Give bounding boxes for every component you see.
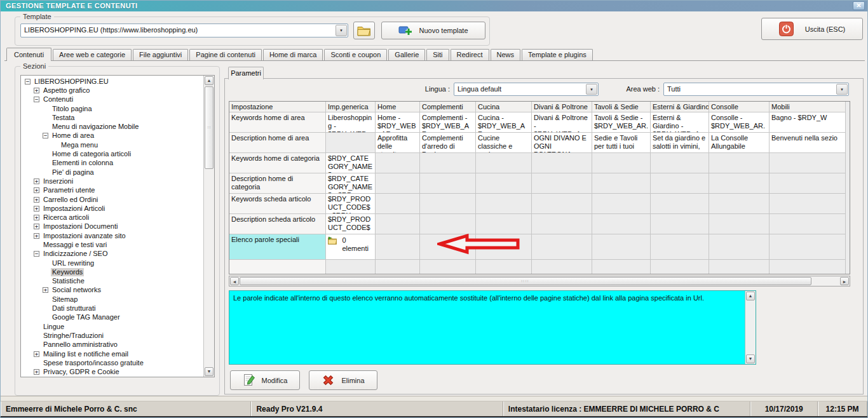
tree-item-contenuti[interactable]: −Contenuti xyxy=(21,95,203,104)
table-cell[interactable] xyxy=(770,173,846,194)
table-cell[interactable] xyxy=(476,153,532,173)
table-cell[interactable]: Sedie e Tavoli per tutti i tuoi xyxy=(592,133,651,153)
table-cell[interactable]: OGNI DIVANO E OGNI POLTRONA xyxy=(532,133,592,153)
expand-icon[interactable]: + xyxy=(34,197,39,203)
tree-item-home-di-categoria-articoli[interactable]: Home di categoria articoli xyxy=(21,149,203,158)
column-header-divani-poltrone[interactable]: Divani & Poltrone xyxy=(532,102,592,112)
table-cell[interactable]: Set da giardino e salotti in vimini, xyxy=(651,133,709,153)
collapse-icon[interactable]: − xyxy=(43,133,48,138)
table-cell[interactable] xyxy=(770,234,846,260)
tab-contenuti[interactable]: Contenuti xyxy=(6,48,51,61)
table-cell[interactable]: Benvenuti nella sezio xyxy=(770,133,846,153)
table-cell[interactable] xyxy=(532,234,592,260)
info-box-scrollbar[interactable]: ▲ ▼ xyxy=(745,291,756,364)
table-cell[interactable]: $RDY_CATEGORY_NAME$ xyxy=(326,153,376,173)
table-cell[interactable] xyxy=(592,214,651,234)
tab-news[interactable]: News xyxy=(491,49,521,60)
exit-button[interactable]: Uscita (ESC) xyxy=(761,18,863,40)
tree-item-pannello-amministrativo[interactable]: Pannello amministrativo xyxy=(21,340,203,349)
table-cell[interactable] xyxy=(709,194,770,214)
table-row-description-home-di-categoria[interactable]: Description home di categoria$RDY_CATEGO… xyxy=(229,173,850,194)
tree-item-carrello-ed-ordini[interactable]: +Carrello ed Ordini xyxy=(21,195,203,204)
tree-item-inserzioni[interactable]: +Inserzioni xyxy=(21,177,203,185)
table-cell[interactable] xyxy=(592,234,651,260)
tab-home-di-marca[interactable]: Home di marca xyxy=(263,49,323,60)
tree-item-pie-di-pagina[interactable]: Pie' di pagina xyxy=(21,168,203,177)
tree-item-menu-di-navigazione-mobile[interactable]: Menu di navigazione Mobile xyxy=(21,122,203,131)
tree-item-mailing-list-e-notifiche-email[interactable]: +Mailing list e notifiche email xyxy=(21,349,203,358)
table-cell[interactable] xyxy=(651,173,709,194)
expand-icon[interactable]: + xyxy=(34,233,39,239)
table-cell[interactable] xyxy=(420,173,476,194)
expand-icon[interactable]: + xyxy=(34,206,39,212)
h-scrollbar-thumb[interactable]: ∷∷ xyxy=(240,277,811,285)
table-cell[interactable] xyxy=(376,153,420,173)
close-icon[interactable]: ✕ xyxy=(853,1,865,10)
expand-icon[interactable]: + xyxy=(34,215,39,220)
tab-file-aggiuntivi[interactable]: File aggiuntivi xyxy=(133,49,188,60)
tree-item-indicizzazione-seo[interactable]: −Indicizzazione / SEO xyxy=(21,250,203,259)
table-cell[interactable] xyxy=(420,214,476,234)
table-cell[interactable] xyxy=(770,260,846,274)
delete-button[interactable]: Elimina xyxy=(309,370,377,390)
chevron-down-icon[interactable]: ▼ xyxy=(586,84,597,95)
table-cell[interactable] xyxy=(476,260,532,274)
tab-template-e-plugins[interactable]: Template e plugins xyxy=(522,49,593,60)
tree-item-testata[interactable]: Testata xyxy=(21,113,203,122)
table-cell[interactable] xyxy=(532,194,592,214)
table-cell[interactable]: Cucine classiche e cucine moderne: il xyxy=(476,133,532,153)
table-cell[interactable] xyxy=(326,133,376,153)
tab-aree-web-e-categorie[interactable]: Aree web e categorie xyxy=(53,49,132,60)
table-cell[interactable] xyxy=(651,260,709,274)
table-cell[interactable]: $RDY_CATEGORY_NAME$ - $RD... xyxy=(326,173,376,194)
table-cell[interactable] xyxy=(709,260,770,274)
new-template-button[interactable]: Nuovo template xyxy=(381,22,485,39)
tree-item-titolo-pagina[interactable]: Titolo pagina xyxy=(21,104,203,113)
tree-item-liberoshopping-eu[interactable]: −LIBEROSHOPPING.EU xyxy=(21,77,203,86)
scroll-up-icon[interactable]: ▲ xyxy=(205,76,214,85)
tab-siti[interactable]: Siti xyxy=(426,49,449,60)
tree-item-elementi-in-colonna[interactable]: Elementi in colonna xyxy=(21,159,203,168)
expand-icon[interactable]: + xyxy=(34,187,39,193)
chevron-down-icon[interactable]: ▼ xyxy=(336,25,347,36)
tree-item-parametri-utente[interactable]: +Parametri utente xyxy=(21,186,203,195)
tree-item-impostazioni-articoli[interactable]: +Impostazioni Articoli xyxy=(21,204,203,213)
table-cell[interactable]: Divani & Poltrone - $RDY_WEB_A... xyxy=(532,112,592,133)
tree-item-stringhe-traduzioni[interactable]: Stringhe/Traduzioni xyxy=(21,331,203,340)
expand-icon[interactable]: + xyxy=(34,179,39,184)
tab-pagine-di-contenuti[interactable]: Pagine di contenuti xyxy=(189,49,262,60)
table-cell[interactable] xyxy=(709,214,770,234)
tree-item-dati-strutturati[interactable]: Dati strutturati xyxy=(21,304,203,313)
table-cell[interactable] xyxy=(376,214,420,234)
lingua-combo[interactable]: Lingua default ▼ xyxy=(454,83,599,96)
table-row-description-scheda-articolo[interactable]: Description scheda articolo$RDY_PRODUCT_… xyxy=(229,214,850,234)
expand-icon[interactable]: + xyxy=(34,224,39,229)
tree-item-url-rewriting[interactable]: URL rewriting xyxy=(21,259,203,267)
tree-item-messaggi-e-testi-vari[interactable]: Messaggi e testi vari xyxy=(21,240,203,249)
column-header-impostazione[interactable]: Impostazione xyxy=(229,102,326,112)
scroll-up-icon[interactable]: ▲ xyxy=(746,292,755,300)
table-cell[interactable] xyxy=(532,153,592,173)
tab-gallerie[interactable]: Gallerie xyxy=(388,49,425,60)
table-cell[interactable] xyxy=(326,260,376,274)
table-cell[interactable] xyxy=(476,194,532,214)
table-cell[interactable] xyxy=(709,153,770,173)
table-cell[interactable] xyxy=(651,194,709,214)
scroll-down-icon[interactable]: ▼ xyxy=(746,354,755,363)
tree-item-home-di-area[interactable]: −Home di area xyxy=(21,131,203,140)
tree-scrollbar[interactable]: ▲ ∷ ▼ xyxy=(203,76,214,377)
column-header-imp-generica[interactable]: Imp.generica xyxy=(326,102,376,112)
tab-sconti-e-coupon[interactable]: Sconti e coupon xyxy=(324,49,387,60)
table-cell[interactable] xyxy=(476,214,532,234)
table-cell[interactable] xyxy=(376,260,420,274)
table-row-elenco-parole-speciali[interactable]: Elenco parole speciali0 elementi xyxy=(229,234,850,260)
template-combo[interactable]: LIBEROSHOPPING.EU (https://www.liberosho… xyxy=(20,24,348,37)
column-header-home[interactable]: Home xyxy=(376,102,420,112)
table-cell[interactable]: Cucina - $RDY_WEB_AR... xyxy=(476,112,532,133)
table-cell[interactable]: Complementi d'arredo di Design xyxy=(420,133,476,153)
tree-item-privacy-gdpr-e-cookie[interactable]: +Privacy, GDPR e Cookie xyxy=(21,368,203,377)
chevron-down-icon[interactable]: ▼ xyxy=(836,84,848,95)
table-row-description-home-di-area[interactable]: Description home di areaApprofitta delle… xyxy=(229,133,850,153)
expand-icon[interactable]: + xyxy=(43,287,48,293)
tree-item-ricerca-articoli[interactable]: +Ricerca articoli xyxy=(21,213,203,222)
